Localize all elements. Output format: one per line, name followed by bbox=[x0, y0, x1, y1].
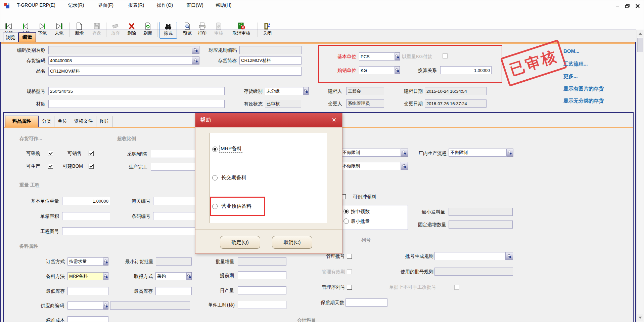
coding-class-lookup-button[interactable] bbox=[192, 46, 199, 54]
by-request-radio[interactable] bbox=[343, 209, 349, 214]
daily-output-input[interactable] bbox=[238, 286, 286, 294]
dialog-ok-button[interactable]: 确定(Q) bbox=[220, 236, 260, 249]
menu-ui[interactable]: 界面(F) bbox=[98, 2, 113, 8]
mrp-backing-label[interactable]: MRP备料 bbox=[220, 145, 243, 152]
limit1-input[interactable] bbox=[341, 149, 401, 157]
limit2-group bbox=[341, 162, 408, 170]
tab-classification[interactable]: 分类 bbox=[39, 116, 54, 127]
restore-button[interactable] bbox=[624, 3, 631, 9]
tab-browse[interactable]: 浏览 bbox=[3, 33, 18, 42]
toolbar-new-button[interactable]: 新增 bbox=[72, 22, 87, 39]
toolbar-close-button[interactable]: 关闭 bbox=[260, 22, 275, 39]
purchase-sale-ratio-input[interactable] bbox=[151, 150, 196, 158]
tab-item-attributes[interactable]: 料品属性 bbox=[5, 116, 39, 127]
vertical-scrollbar[interactable] bbox=[637, 30, 644, 322]
menu-window[interactable]: 窗口(W) bbox=[186, 2, 203, 8]
sellable-checkbox[interactable] bbox=[89, 151, 94, 156]
max-stock-input[interactable] bbox=[155, 287, 192, 295]
dialog-cancel-button[interactable]: 取消(C) bbox=[272, 236, 312, 249]
toolbar-preview-button[interactable]: 预览 bbox=[180, 22, 194, 39]
rule-code-input[interactable] bbox=[239, 46, 302, 54]
prod-finish-ratio-input[interactable] bbox=[151, 163, 196, 171]
minimize-button[interactable] bbox=[614, 3, 621, 9]
item-level-lookup-button[interactable] bbox=[304, 87, 309, 95]
lead-time-input[interactable] bbox=[238, 271, 286, 279]
help-dialog-titlebar[interactable]: 帮助 × bbox=[195, 113, 342, 127]
base-unit-lookup-button[interactable] bbox=[395, 52, 400, 61]
item-name-input[interactable] bbox=[48, 67, 302, 76]
item-code-input[interactable] bbox=[48, 56, 192, 65]
min-batch-radio[interactable] bbox=[343, 218, 349, 224]
manage-serial-checkbox[interactable] bbox=[347, 285, 352, 290]
order-mode-input[interactable] bbox=[67, 257, 103, 266]
scroll-down-button[interactable] bbox=[637, 314, 643, 321]
producible-checkbox[interactable] bbox=[48, 164, 53, 169]
limit1-lookup-button[interactable] bbox=[401, 149, 408, 157]
link-show-with-images[interactable]: 显示有图片的存货 bbox=[563, 86, 604, 92]
item-abbr-input[interactable] bbox=[239, 56, 302, 65]
toolbar-cancel-audit-button[interactable]: 取消审核 bbox=[227, 22, 256, 39]
purchasable-checkbox[interactable] bbox=[48, 151, 53, 156]
barcode-input[interactable] bbox=[153, 212, 196, 220]
factory-flow-lookup-button[interactable] bbox=[507, 149, 513, 157]
min-stock-input[interactable] bbox=[67, 287, 108, 295]
limit2-input[interactable] bbox=[341, 162, 401, 170]
tab-units[interactable]: 单位 bbox=[55, 116, 70, 127]
link-more[interactable]: 更多... bbox=[563, 73, 578, 80]
long-leadtime-backing-label[interactable]: 长交期备料 bbox=[221, 174, 246, 181]
shelf-days-input[interactable] bbox=[346, 298, 387, 307]
unit-hours-input[interactable] bbox=[238, 301, 286, 309]
customs-code-input[interactable] bbox=[153, 197, 196, 205]
item-code-lookup-button[interactable] bbox=[192, 56, 199, 65]
link-bom[interactable]: BOM... bbox=[563, 48, 580, 54]
factory-flow-input[interactable] bbox=[449, 149, 507, 157]
scroll-up-button[interactable] bbox=[637, 30, 643, 37]
toolbar-print-button[interactable]: 打印 bbox=[195, 22, 209, 39]
coding-class-input[interactable] bbox=[48, 46, 192, 54]
mrp-backing-radio[interactable] bbox=[212, 147, 218, 152]
drawing-no-input[interactable] bbox=[62, 227, 196, 235]
batch-rule-input[interactable] bbox=[434, 252, 506, 260]
menu-report[interactable]: 报表(R) bbox=[128, 2, 144, 8]
tab-qualification-files[interactable]: 资格文件 bbox=[71, 116, 96, 127]
batch-rule-lookup-button[interactable] bbox=[506, 252, 513, 260]
conversion-input[interactable] bbox=[440, 66, 492, 74]
manage-batch-checkbox[interactable] bbox=[347, 254, 352, 259]
menu-record[interactable]: 记录(R) bbox=[68, 2, 84, 8]
order-mode-lookup-button[interactable] bbox=[103, 257, 108, 266]
backing-method-group bbox=[67, 272, 108, 280]
long-leadtime-backing-radio[interactable] bbox=[212, 175, 218, 180]
base-unit-input[interactable] bbox=[359, 52, 395, 61]
trade-unit-lookup-button[interactable] bbox=[395, 66, 400, 74]
supplier-code-lookup-button[interactable] bbox=[103, 301, 108, 310]
tab-edit[interactable]: 编辑 bbox=[18, 32, 36, 42]
material-input[interactable] bbox=[48, 100, 225, 108]
toolbar-delete-button[interactable]: 删除 bbox=[124, 22, 139, 39]
tab-images[interactable]: 图片 bbox=[97, 116, 112, 127]
trade-unit-input[interactable] bbox=[359, 66, 395, 74]
scrollbar-thumb[interactable] bbox=[637, 38, 643, 52]
acquire-mode-input[interactable] bbox=[155, 272, 187, 280]
link-process-flow[interactable]: 工艺流程... bbox=[563, 61, 588, 67]
item-level-input[interactable] bbox=[265, 87, 304, 95]
backing-method-lookup-button[interactable] bbox=[103, 272, 108, 280]
help-dialog-close-button[interactable]: × bbox=[329, 115, 339, 125]
menu-app[interactable]: T-GROUP ERP(E) bbox=[17, 2, 55, 8]
menu-action[interactable]: 操作(O) bbox=[157, 2, 173, 8]
limit2-lookup-button[interactable] bbox=[401, 162, 408, 170]
acquire-mode-lookup-button[interactable] bbox=[187, 272, 192, 280]
toolbar-refresh-button[interactable]: 刷新 bbox=[140, 22, 155, 39]
spec-input[interactable] bbox=[48, 87, 225, 95]
supplier-code-input[interactable] bbox=[67, 301, 103, 310]
link-show-unclassified[interactable]: 显示无分类的存货 bbox=[563, 98, 604, 104]
close-window-button[interactable] bbox=[634, 3, 641, 9]
toolbar-next-button[interactable]: 下笔 bbox=[35, 22, 50, 39]
base-unit-weight-input[interactable] bbox=[62, 197, 110, 205]
toolbar-last-button[interactable]: 末笔 bbox=[51, 22, 67, 39]
bom-allowed-checkbox[interactable] bbox=[89, 164, 94, 169]
toolbar-filter-button[interactable]: 筛选 bbox=[159, 22, 177, 39]
menu-help[interactable]: 帮助(H) bbox=[216, 2, 231, 8]
box-volume-input[interactable] bbox=[62, 212, 110, 220]
std-cost-input[interactable] bbox=[67, 316, 108, 322]
backing-method-input[interactable] bbox=[67, 272, 103, 280]
